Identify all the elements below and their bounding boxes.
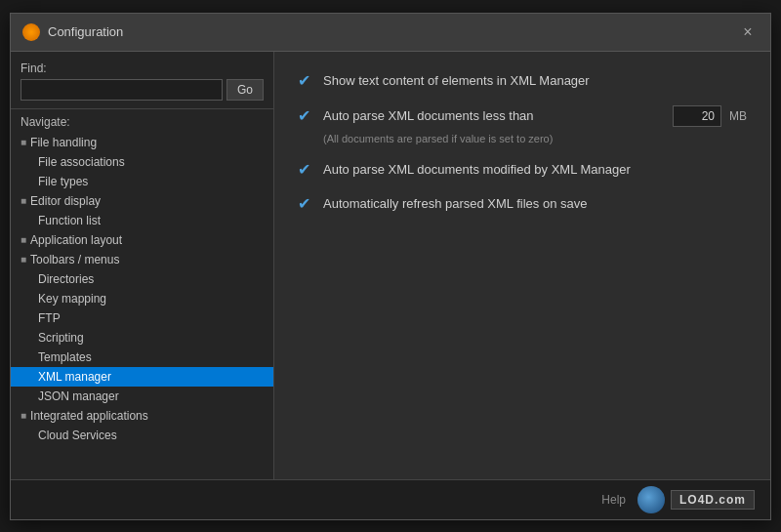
configuration-dialog: Configuration × Find: Go Navigate: ■File…: [10, 13, 771, 520]
help-text: Help: [601, 493, 626, 507]
nav-label-key-mapping: Key mapping: [38, 292, 106, 306]
nav-item-application-layout[interactable]: ■Application layout: [11, 230, 273, 250]
expand-icon-integrated-applications: ■: [21, 410, 26, 421]
nav-item-xml-manager[interactable]: XML manager: [11, 367, 273, 387]
expand-icon-editor-display: ■: [21, 195, 26, 206]
checkbox-show-text-content[interactable]: ✔: [298, 71, 315, 90]
nav-item-file-handling[interactable]: ■File handling: [11, 133, 273, 152]
nav-label-editor-display: Editor display: [30, 194, 101, 208]
content-area: Find: Go Navigate: ■File handlingFile as…: [11, 52, 770, 479]
nav-item-toolbars-menus[interactable]: ■Toolbars / menus: [11, 250, 273, 269]
nav-item-cloud-services[interactable]: Cloud Services: [11, 426, 273, 445]
option-label-auto-refresh: Automatically refresh parsed XML files o…: [323, 196, 587, 211]
nav-item-ftp[interactable]: FTP: [11, 308, 273, 328]
nav-label-file-types: File types: [38, 175, 88, 188]
nav-item-directories[interactable]: Directories: [11, 269, 273, 289]
expand-icon-file-handling: ■: [21, 137, 26, 147]
nav-item-integrated-applications[interactable]: ■Integrated applications: [11, 406, 273, 426]
nav-item-key-mapping[interactable]: Key mapping: [11, 289, 273, 308]
option-row-auto-refresh: ✔Automatically refresh parsed XML files …: [298, 194, 747, 213]
go-button[interactable]: Go: [226, 79, 264, 101]
nav-label-function-list: Function list: [38, 214, 101, 227]
nav-label-toolbars-menus: Toolbars / menus: [30, 253, 119, 266]
checkbox-auto-parse-modified[interactable]: ✔: [298, 160, 315, 179]
nav-item-scripting[interactable]: Scripting: [11, 328, 273, 348]
lo4d-icon: [637, 486, 665, 513]
nav-label-file-handling: File handling: [30, 136, 97, 149]
bottom-bar: Help LO4D.com: [11, 479, 770, 519]
find-input[interactable]: [21, 79, 223, 101]
navigate-label: Navigate:: [11, 109, 273, 133]
sub-note-auto-parse-less-than: (All documents are parsed if value is se…: [323, 133, 747, 144]
nav-label-scripting: Scripting: [38, 331, 84, 345]
nav-label-file-associations: File associations: [38, 155, 125, 169]
option-row-auto-parse-modified: ✔Auto parse XML documents modified by XM…: [298, 160, 747, 179]
nav-item-json-manager[interactable]: JSON manager: [11, 387, 273, 406]
option-row-show-text-content: ✔Show text content of elements in XML Ma…: [298, 71, 747, 90]
nav-label-json-manager: JSON manager: [38, 389, 119, 403]
titlebar: Configuration ×: [11, 14, 770, 52]
close-button[interactable]: ×: [737, 21, 759, 43]
find-section: Find: Go: [11, 52, 273, 109]
nav-label-xml-manager: XML manager: [38, 370, 111, 384]
option-label-auto-parse-less-than: Auto parse XML documents less than: [323, 108, 534, 123]
nav-label-cloud-services: Cloud Services: [38, 429, 117, 442]
nav-item-file-associations[interactable]: File associations: [11, 152, 273, 172]
option-row-auto-parse-less-than: ✔Auto parse XML documents less thanMB: [298, 105, 747, 127]
dialog-title: Configuration: [48, 24, 123, 39]
nav-label-templates: Templates: [38, 350, 92, 364]
nav-item-file-types[interactable]: File types: [11, 172, 273, 191]
checkbox-auto-parse-less-than[interactable]: ✔: [298, 106, 315, 125]
option-label-auto-parse-modified: Auto parse XML documents modified by XML…: [323, 162, 631, 177]
mb-suffix-auto-parse-less-than: MB: [729, 109, 747, 123]
nav-label-directories: Directories: [38, 272, 94, 286]
lo4d-badge: LO4D.com: [637, 486, 755, 513]
nav-label-application-layout: Application layout: [30, 233, 122, 247]
option-label-show-text-content: Show text content of elements in XML Man…: [323, 73, 590, 88]
expand-icon-application-layout: ■: [21, 234, 26, 245]
checkbox-auto-refresh[interactable]: ✔: [298, 194, 315, 213]
nav-list: ■File handlingFile associationsFile type…: [11, 133, 273, 479]
find-label: Find:: [21, 61, 264, 75]
nav-label-ftp: FTP: [38, 311, 61, 325]
sidebar: Find: Go Navigate: ■File handlingFile as…: [11, 52, 274, 479]
expand-icon-toolbars-menus: ■: [21, 254, 26, 265]
nav-item-editor-display[interactable]: ■Editor display: [11, 191, 273, 211]
lo4d-logo: LO4D.com: [671, 490, 755, 510]
nav-label-integrated-applications: Integrated applications: [30, 409, 148, 423]
titlebar-left: Configuration: [22, 23, 123, 41]
app-icon: [22, 23, 40, 41]
mb-input-auto-parse-less-than[interactable]: [673, 105, 721, 127]
nav-item-templates[interactable]: Templates: [11, 348, 273, 367]
find-row: Go: [21, 79, 264, 101]
main-panel: ✔Show text content of elements in XML Ma…: [274, 52, 770, 479]
nav-item-function-list[interactable]: Function list: [11, 211, 273, 230]
